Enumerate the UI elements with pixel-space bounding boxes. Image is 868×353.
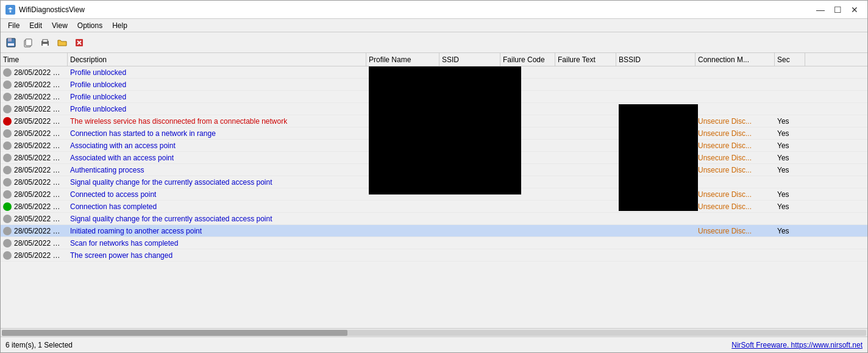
cell-failure-text (555, 115, 616, 127)
col-header-connection-mode[interactable]: Connection M... (695, 53, 775, 66)
cell-failure-text (555, 152, 616, 163)
table-row[interactable]: 28/05/2022 …Signal quality change for th… (1, 213, 867, 225)
time-value: 28/05/2022 … (14, 190, 60, 199)
maximize-button[interactable]: ☐ (830, 3, 845, 16)
status-icon (3, 68, 12, 77)
toolbar-copy-button[interactable] (20, 35, 36, 51)
table-row[interactable]: 28/05/2022 …Initiated roaming to another… (1, 225, 867, 237)
cell-security (775, 213, 805, 224)
cell-ssid (439, 249, 500, 261)
toolbar-save-button[interactable] (3, 35, 19, 51)
cell-connection-mode (695, 66, 775, 78)
time-value: 28/05/2022 … (14, 215, 60, 223)
time-value: 28/05/2022 … (14, 105, 60, 113)
horizontal-scrollbar[interactable] (1, 328, 867, 337)
cell-security: Yes (775, 188, 805, 200)
cell-security: Yes (775, 140, 805, 151)
cell-failure-text (555, 140, 616, 151)
time-value: 28/05/2022 … (14, 227, 60, 235)
toolbar (1, 32, 867, 53)
status-icon (3, 190, 12, 199)
scrollbar-track[interactable] (2, 330, 866, 336)
col-header-bssid[interactable]: BSSID (616, 53, 695, 66)
menu-bar: File Edit View Options Help (1, 19, 867, 32)
close-button[interactable]: ✕ (847, 3, 863, 16)
cell-time: 28/05/2022 … (1, 249, 68, 261)
minimize-button[interactable]: — (813, 3, 828, 16)
menu-view[interactable]: View (47, 20, 73, 31)
cell-description: Associated with an access point (68, 152, 366, 163)
cell-profile (366, 225, 439, 237)
status-link[interactable]: NirSoft Freeware. https://www.nirsoft.ne… (731, 341, 863, 349)
redacted-block-small (619, 104, 698, 211)
cell-time: 28/05/2022 … (1, 140, 68, 151)
col-header-profile[interactable]: Profile Name (366, 53, 439, 66)
cell-description: Signal quality change for the currently … (68, 213, 366, 224)
menu-edit[interactable]: Edit (24, 20, 47, 31)
cell-ssid (439, 225, 500, 237)
col-header-description[interactable]: Decsription (68, 53, 366, 66)
time-value: 28/05/2022 … (14, 202, 60, 211)
cell-time: 28/05/2022 … (1, 176, 68, 188)
cell-description: Profile unblocked (68, 66, 366, 78)
cell-security (775, 249, 805, 261)
status-icon (3, 154, 12, 162)
cell-security (775, 103, 805, 115)
toolbar-exit-button[interactable] (71, 35, 87, 51)
cell-security (775, 91, 805, 102)
table-container: Time Decsription Profile Name SSID Failu… (1, 53, 867, 337)
window-title: WifiDiagnosticsView (19, 5, 813, 14)
svg-rect-5 (26, 39, 32, 46)
cell-time: 28/05/2022 … (1, 201, 68, 212)
time-value: 28/05/2022 … (14, 141, 60, 150)
cell-security (775, 237, 805, 249)
cell-ssid (439, 213, 500, 224)
cell-time: 28/05/2022 … (1, 213, 68, 224)
menu-file[interactable]: File (3, 20, 24, 31)
cell-description: The wireless service has disconnected fr… (68, 115, 366, 127)
table-row[interactable]: 28/05/2022 …The wireless service has dis… (1, 115, 867, 127)
svg-rect-7 (43, 40, 48, 42)
cell-bssid (616, 152, 695, 163)
cell-description: Associating with an access point (68, 140, 366, 151)
cell-security: Yes (775, 127, 805, 139)
col-header-security[interactable]: Sec (775, 53, 805, 66)
col-header-failure-code[interactable]: Failure Code (500, 53, 555, 66)
cell-time: 28/05/2022 … (1, 188, 68, 200)
time-value: 28/05/2022 … (14, 166, 60, 174)
cell-time: 28/05/2022 … (1, 103, 68, 115)
cell-bssid (616, 79, 695, 90)
menu-options[interactable]: Options (73, 20, 107, 31)
time-value: 28/05/2022 … (14, 251, 60, 260)
svg-rect-8 (43, 44, 48, 46)
table-row[interactable]: 28/05/2022 …Connection has completedUnse… (1, 201, 867, 213)
cell-description: Authenticating process (68, 164, 366, 176)
window-controls: — ☐ ✕ (813, 3, 863, 16)
svg-rect-3 (8, 43, 14, 46)
status-icon (3, 202, 12, 211)
cell-time: 28/05/2022 … (1, 152, 68, 163)
cell-failure-text (555, 103, 616, 115)
cell-failure-code (500, 201, 555, 212)
toolbar-open-button[interactable] (54, 35, 70, 51)
table-row[interactable]: 28/05/2022 …Scan for networks has comple… (1, 237, 867, 249)
status-count: 6 item(s), 1 Selected (5, 341, 731, 349)
status-icon (3, 166, 12, 174)
table-row[interactable]: 28/05/2022 …The screen power has changed (1, 249, 867, 262)
cell-bssid (616, 91, 695, 102)
table-header: Time Decsription Profile Name SSID Failu… (1, 53, 867, 66)
menu-help[interactable]: Help (107, 20, 132, 31)
status-icon (3, 80, 12, 89)
cell-description: Connection has completed (68, 201, 366, 212)
toolbar-print-button[interactable] (37, 35, 53, 51)
cell-time: 28/05/2022 … (1, 66, 68, 78)
col-header-time[interactable]: Time (1, 53, 68, 66)
cell-connection-mode (695, 237, 775, 249)
col-header-ssid[interactable]: SSID (439, 53, 500, 66)
cell-connection-mode (695, 91, 775, 102)
col-header-failure-text[interactable]: Failure Text (555, 53, 616, 66)
cell-security: Yes (775, 115, 805, 127)
cell-connection-mode (695, 249, 775, 261)
cell-description: Connection has started to a network in r… (68, 127, 366, 139)
scrollbar-thumb[interactable] (2, 330, 347, 336)
